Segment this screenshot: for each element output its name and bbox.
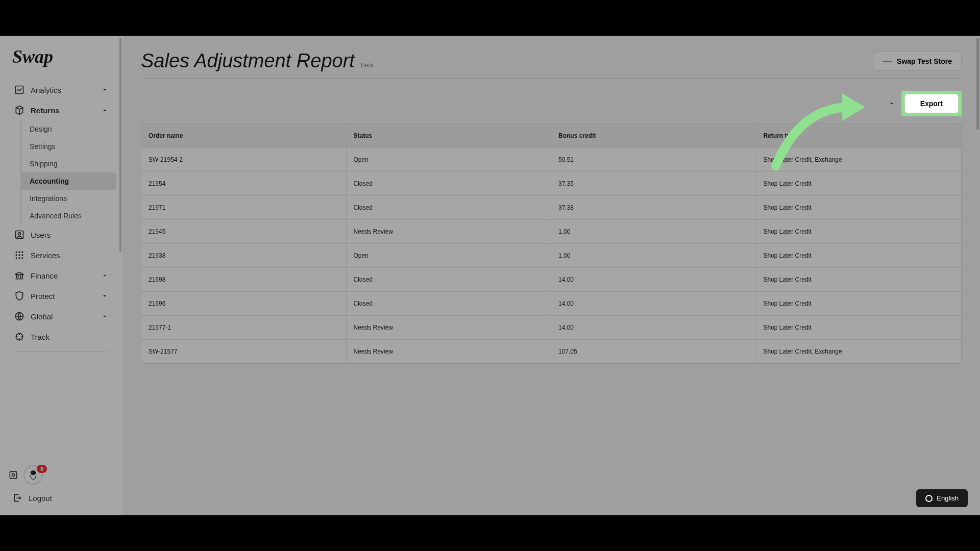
letterbox-bottom — [0, 515, 980, 551]
grid-icon — [14, 250, 24, 260]
table-row[interactable]: 21971Closed37.38Shop Later Credit — [141, 196, 961, 220]
cell-status: Needs Review — [347, 340, 552, 363]
beta-tag: Beta — [361, 62, 374, 69]
chevron-down-icon — [101, 272, 108, 279]
svg-point-8 — [21, 254, 23, 256]
app-shell: Swap Analytics Returns — [0, 36, 980, 515]
chevron-down-icon — [101, 313, 108, 320]
sidebar-item-global[interactable]: Global — [6, 306, 116, 327]
svg-point-4 — [18, 252, 20, 253]
svg-point-9 — [16, 257, 17, 259]
cell-type: Shop Later Credit — [756, 316, 962, 340]
sidebar-item-track[interactable]: Track — [6, 327, 116, 347]
svg-point-15 — [12, 474, 15, 477]
chevron-down-icon — [888, 100, 895, 107]
cell-credit: 1.00 — [551, 244, 756, 268]
sidebar-scrollbar[interactable] — [118, 36, 122, 515]
cell-status: Needs Review — [347, 316, 552, 340]
scrollbar-thumb[interactable] — [976, 38, 979, 130]
notification-row[interactable]: 8 — [8, 465, 114, 485]
sidebar-sub-item-accounting[interactable]: Accounting — [20, 172, 116, 190]
col-status[interactable]: Status — [347, 124, 552, 148]
svg-point-5 — [21, 252, 23, 253]
cell-credit: 14.00 — [551, 292, 756, 316]
date-range-toggle[interactable] — [888, 100, 895, 107]
col-return-type[interactable]: Return type — [756, 124, 962, 148]
cell-credit: 107.05 — [551, 340, 756, 363]
logout-button[interactable]: Logout — [8, 489, 114, 507]
svg-point-16 — [31, 470, 36, 475]
letterbox-top — [0, 0, 980, 36]
sidebar-sub-item-advanced-rules[interactable]: Advanced Rules — [20, 207, 116, 224]
logo: Swap — [0, 36, 122, 78]
circle-icon — [925, 495, 933, 502]
cell-order: 21577-1 — [141, 316, 347, 340]
globe-icon — [14, 311, 24, 321]
table-row[interactable]: SW-21577Needs Review107.05Shop Later Cre… — [141, 340, 961, 363]
cell-type: Shop Later Credit, Exchange — [756, 148, 962, 172]
table-row[interactable]: 21954Closed37.35Shop Later Credit — [141, 172, 961, 196]
svg-rect-14 — [10, 471, 16, 478]
chevron-down-icon — [101, 292, 108, 299]
sidebar-item-finance[interactable]: Finance — [6, 265, 116, 286]
sidebar-item-label: Analytics — [31, 86, 95, 94]
sidebar-item-label: Protect — [31, 292, 95, 300]
sidebar-item-label: Global — [31, 312, 95, 321]
target-icon — [14, 332, 24, 342]
divider — [141, 78, 962, 79]
sidebar-sub-item-settings[interactable]: Settings — [20, 138, 116, 155]
sidebar-item-returns[interactable]: Returns — [6, 100, 116, 120]
col-bonus-credit[interactable]: Bonus credit — [551, 124, 756, 148]
export-highlight: Export — [901, 91, 962, 116]
logout-label: Logout — [29, 494, 110, 503]
language-selector[interactable]: English — [916, 489, 968, 507]
table-header: Order name Status Bonus credit Return ty… — [141, 124, 961, 148]
svg-point-7 — [18, 254, 20, 256]
sidebar-item-label: Track — [31, 333, 108, 341]
table-body: SW-21954-2Open50.51Shop Later Credit, Ex… — [141, 148, 961, 363]
report-table: Order name Status Bonus credit Return ty… — [141, 123, 962, 364]
cell-status: Needs Review — [347, 220, 552, 244]
store-selector[interactable]: Swap Test Store — [873, 52, 962, 71]
box-icon — [14, 105, 24, 115]
main-scrollbar[interactable] — [975, 36, 980, 515]
svg-point-11 — [21, 257, 23, 259]
table-row[interactable]: SW-21954-2Open50.51Shop Later Credit, Ex… — [141, 148, 961, 172]
svg-point-6 — [16, 254, 17, 256]
cell-status: Open — [347, 148, 552, 172]
sidebar-item-users[interactable]: Users — [6, 224, 116, 245]
cell-type: Shop Later Credit — [756, 220, 962, 244]
table-row[interactable]: 21698Closed14.00Shop Later Credit — [141, 268, 961, 292]
table-row[interactable]: 21938Open1.00Shop Later Credit — [141, 244, 961, 268]
table-row[interactable]: 21577-1Needs Review14.00Shop Later Credi… — [141, 316, 961, 340]
notification-icon — [8, 470, 18, 480]
scrollbar-thumb[interactable] — [119, 38, 121, 252]
sidebar-sub-item-shipping[interactable]: Shipping — [20, 155, 116, 172]
chevron-down-icon — [101, 86, 108, 93]
cell-credit: 1.00 — [551, 220, 756, 244]
sidebar-sub-item-integrations[interactable]: Integrations — [20, 190, 116, 207]
toolbar: Export — [141, 91, 962, 116]
cell-order: 21696 — [141, 292, 347, 316]
col-order-name[interactable]: Order name — [141, 124, 347, 148]
export-button[interactable]: Export — [904, 94, 959, 113]
table-row[interactable]: 21696Closed14.00Shop Later Credit — [141, 292, 961, 316]
bank-icon — [14, 270, 24, 281]
chevron-up-icon — [101, 107, 108, 114]
sidebar-item-protect[interactable]: Protect — [6, 286, 116, 306]
chart-icon — [14, 85, 24, 95]
sidebar-item-label: Returns — [31, 106, 95, 115]
table-row[interactable]: 21945Needs Review1.00Shop Later Credit — [141, 220, 961, 244]
user-icon — [14, 230, 24, 240]
cell-status: Closed — [347, 172, 552, 196]
nav: Analytics Returns Design Settings Shippi… — [0, 78, 122, 459]
cell-order: 21971 — [141, 196, 347, 220]
sidebar-sub-item-design[interactable]: Design — [20, 120, 116, 138]
page-title: Sales Adjustment Report Beta — [141, 50, 374, 72]
divider — [14, 351, 108, 352]
cell-order: SW-21577 — [141, 340, 347, 363]
sidebar-item-analytics[interactable]: Analytics — [6, 80, 116, 100]
sidebar: Swap Analytics Returns — [0, 36, 122, 515]
sidebar-item-services[interactable]: Services — [6, 245, 116, 265]
cell-status: Closed — [347, 292, 552, 316]
